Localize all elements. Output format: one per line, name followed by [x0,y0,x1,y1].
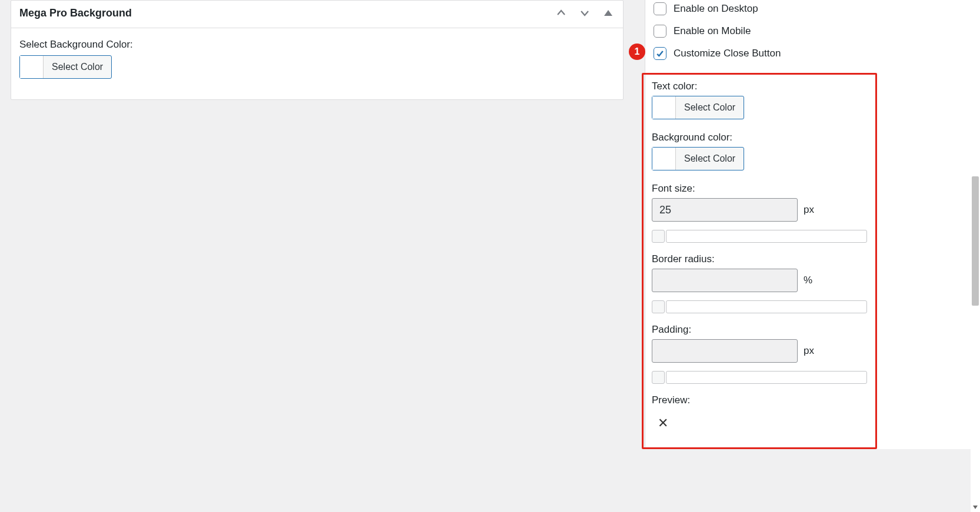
border-radius-row: % [652,269,867,292]
slider-track[interactable] [666,230,867,243]
close-icon: ✕ [652,410,867,434]
customize-close-button-row: 1 Customize Close Button [645,42,971,65]
preview-label: Preview: [652,394,867,406]
font-size-field: Font size: px [652,183,867,243]
panel-title: Mega Pro Background [19,7,132,19]
background-color-field: Background color: Select Color [652,132,867,172]
panel-header-actions [555,6,615,19]
select-color-button-label: Select Color [676,148,744,170]
font-size-label: Font size: [652,183,867,195]
panel-header: Mega Pro Background [11,1,623,28]
select-color-button-label: Select Color [44,56,111,78]
padding-unit: px [804,345,814,357]
scrollbar-down-icon[interactable] [971,503,980,512]
padding-field: Padding: px [652,324,867,384]
select-background-color-label: Select Background Color: [19,39,615,51]
color-swatch [652,148,676,170]
padding-slider[interactable] [652,371,867,384]
enable-on-mobile-row: Enable on Mobile [645,20,971,42]
color-swatch [20,56,44,78]
font-size-slider[interactable] [652,230,867,243]
checkbox-group: Enable on Desktop Enable on Mobile 1 Cus… [645,0,971,68]
right-stack: Enable on Desktop Enable on Mobile 1 Cus… [645,0,971,449]
enable-on-desktop-row: Enable on Desktop [645,0,971,20]
slider-track[interactable] [666,300,867,313]
customize-close-button-settings: Text color: Select Color Background colo… [642,73,877,449]
panel-move-up-icon[interactable] [555,6,568,19]
select-color-button-label: Select Color [676,96,744,119]
border-radius-slider[interactable] [652,300,867,313]
background-color-label: Background color: [652,132,867,143]
app-stage: Mega Pro Background Select Background Co… [0,0,980,512]
padding-row: px [652,339,867,363]
slider-handle[interactable] [652,300,665,313]
annotation-badge-1: 1 [629,43,645,60]
color-swatch [652,96,676,119]
border-radius-input[interactable] [652,269,798,292]
preview-field: Preview: ✕ [652,394,867,434]
font-size-unit: px [804,204,814,216]
panel-move-down-icon[interactable] [578,6,591,19]
customize-close-button-label: Customize Close Button [674,48,781,59]
font-size-row: px [652,198,867,222]
border-radius-field: Border radius: % [652,253,867,313]
svg-marker-0 [604,10,612,16]
padding-label: Padding: [652,324,867,336]
panel-toggle-icon[interactable] [602,6,615,19]
enable-on-desktop-checkbox[interactable] [654,2,666,15]
vertical-scrollbar[interactable] [971,0,980,512]
border-radius-unit: % [804,275,812,286]
text-color-select-button[interactable]: Select Color [652,96,744,119]
select-background-color-button[interactable]: Select Color [19,55,112,79]
enable-on-mobile-checkbox[interactable] [654,25,666,38]
enable-on-desktop-label: Enable on Desktop [674,3,758,15]
svg-marker-1 [973,506,978,509]
background-color-select-button[interactable]: Select Color [652,147,744,170]
slider-handle[interactable] [652,230,665,243]
text-color-field: Text color: Select Color [652,81,867,121]
border-radius-label: Border radius: [652,253,867,265]
text-color-label: Text color: [652,81,867,92]
slider-handle[interactable] [652,371,665,384]
slider-track[interactable] [666,371,867,384]
enable-on-mobile-label: Enable on Mobile [674,25,751,37]
scrollbar-thumb[interactable] [972,176,979,306]
mega-pro-background-panel: Mega Pro Background Select Background Co… [11,0,624,100]
panel-body: Select Background Color: Select Color [11,28,623,99]
font-size-input[interactable] [652,198,798,222]
right-settings-panel: Enable on Desktop Enable on Mobile 1 Cus… [645,0,971,449]
customize-close-button-checkbox[interactable] [654,47,666,60]
padding-input[interactable] [652,339,798,363]
